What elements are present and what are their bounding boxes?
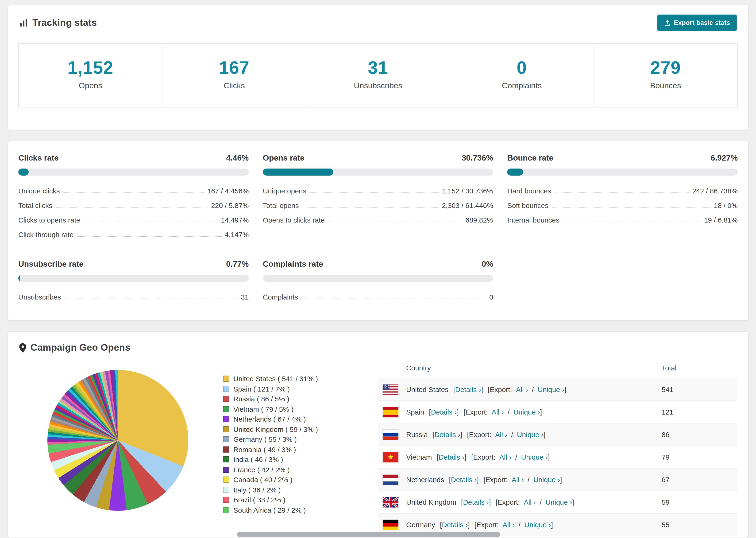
export-all-link[interactable]: All › bbox=[492, 408, 504, 416]
stat-row-value: 0 bbox=[489, 293, 493, 301]
legend-label: United Kingdom ( 59 / 3% ) bbox=[233, 424, 318, 434]
export-unique-link[interactable]: Unique › bbox=[538, 385, 564, 394]
stat-row-label: Internal bounces bbox=[507, 216, 560, 224]
details-link[interactable]: Details › bbox=[442, 521, 468, 529]
country-total: 121 bbox=[662, 408, 732, 416]
export-unique-link[interactable]: Unique › bbox=[524, 521, 551, 529]
legend-item: India ( 46 / 3% ) bbox=[223, 455, 378, 464]
export-basic-stats-button[interactable]: Export basic stats bbox=[657, 15, 737, 31]
export-all-link[interactable]: All › bbox=[524, 498, 536, 506]
export-all-link[interactable]: All › bbox=[495, 430, 507, 439]
legend-label: Romania ( 49 / 3% ) bbox=[233, 444, 296, 455]
details-link[interactable]: Details › bbox=[451, 476, 477, 484]
legend-label: United States ( 541 / 31% ) bbox=[233, 374, 318, 384]
country-name: United States bbox=[406, 385, 449, 394]
netherlands-flag-icon bbox=[383, 474, 399, 485]
slash: / bbox=[532, 385, 534, 394]
dotted-leader bbox=[328, 222, 462, 222]
complaints-count: 0 bbox=[450, 58, 593, 78]
dotted-leader bbox=[563, 222, 701, 222]
rate-bar-fill bbox=[18, 275, 20, 282]
legend-label: Vietnam ( 79 / 5% ) bbox=[233, 404, 294, 414]
legend-swatch bbox=[223, 487, 229, 493]
export-prefix: Export: bbox=[476, 521, 499, 529]
bracket: [ bbox=[474, 521, 476, 529]
stats-summary-row: 1,152 Opens 167 Clicks 31 Unsubscribes 0… bbox=[18, 43, 738, 108]
opens-count: 1,152 bbox=[19, 58, 162, 78]
details-link[interactable]: Details › bbox=[434, 430, 460, 439]
stat-row: Complaints0 bbox=[263, 290, 493, 304]
bracket: ] bbox=[544, 430, 545, 439]
clicks-rate-track bbox=[18, 169, 249, 176]
country-total: 79 bbox=[662, 453, 732, 461]
export-all-link[interactable]: All › bbox=[503, 521, 515, 529]
complaints-rate-title: Complaints rate bbox=[263, 260, 323, 269]
stat-row: Clicks to opens rate14.497% bbox=[18, 213, 249, 227]
export-unique-link[interactable]: Unique › bbox=[513, 408, 540, 416]
stat-row-label: Hard bounces bbox=[507, 187, 551, 195]
legend-swatch bbox=[223, 376, 229, 382]
geo-table: Country Total United States [Details ›] … bbox=[378, 358, 737, 536]
legend-swatch bbox=[223, 416, 229, 422]
bracket: ] bbox=[551, 521, 553, 529]
legend-swatch bbox=[223, 426, 229, 432]
spain-flag-icon bbox=[383, 407, 399, 417]
slash: / bbox=[527, 476, 529, 484]
stat-row-value: 31 bbox=[241, 293, 249, 301]
legend-item: Italy ( 36 / 2% ) bbox=[223, 485, 378, 495]
slash: / bbox=[508, 408, 510, 416]
export-all-link[interactable]: All › bbox=[512, 476, 524, 484]
rates-card: Clicks rate 4.46% Unique clicks167 / 4.4… bbox=[8, 141, 748, 321]
export-all-link[interactable]: All › bbox=[499, 453, 512, 461]
export-unique-link[interactable]: Unique › bbox=[517, 430, 544, 439]
country-name: United Kingdom bbox=[406, 498, 456, 506]
export-unique-link[interactable]: Unique › bbox=[545, 498, 572, 506]
opens-rate-value: 30.736% bbox=[461, 153, 493, 163]
bracket: ] bbox=[460, 430, 462, 439]
horizontal-scrollbar-thumb[interactable] bbox=[237, 532, 500, 537]
legend-label: Russia ( 86 / 5% ) bbox=[233, 394, 289, 404]
details-link[interactable]: Details › bbox=[439, 453, 464, 461]
opens-rate-title: Opens rate bbox=[263, 153, 304, 163]
stat-box-opens: 1,152 Opens bbox=[19, 44, 162, 108]
stat-row-value: 18 / 0% bbox=[714, 201, 738, 209]
complaints-rate-value: 0% bbox=[482, 260, 493, 269]
export-all-link[interactable]: All › bbox=[516, 385, 528, 394]
bracket: [ bbox=[488, 385, 490, 394]
complaints-rate-track bbox=[263, 275, 493, 282]
stat-row: Soft bounces18 / 0% bbox=[507, 198, 738, 213]
table-row-united-kingdom: United Kingdom [Details ›] [Export: All … bbox=[378, 491, 737, 513]
export-unique-link[interactable]: Unique › bbox=[533, 476, 560, 484]
dotted-leader bbox=[554, 192, 689, 193]
rate-section-opens: Opens rate 30.736% Unique opens1,152 / 3… bbox=[263, 153, 493, 242]
dotted-leader bbox=[83, 222, 217, 222]
bracket: [ bbox=[467, 430, 469, 439]
stat-row-value: 2,303 / 61.446% bbox=[442, 201, 493, 209]
legend-item: United States ( 541 / 31% ) bbox=[223, 374, 378, 384]
stat-row-label: Complaints bbox=[263, 293, 298, 301]
legend-item: Canada ( 40 / 2% ) bbox=[223, 475, 378, 485]
country-name: Spain bbox=[406, 408, 424, 416]
export-unique-link[interactable]: Unique › bbox=[521, 453, 548, 461]
bracket: ] bbox=[548, 453, 550, 461]
stat-row-label: Total clicks bbox=[18, 201, 52, 209]
bracket: ] bbox=[560, 476, 562, 484]
geo-pie-chart[interactable] bbox=[47, 370, 188, 511]
legend-swatch bbox=[223, 406, 229, 412]
legend-label: France ( 42 / 2% ) bbox=[233, 464, 290, 475]
slash: / bbox=[540, 498, 542, 506]
legend-label: Brazil ( 33 / 2% ) bbox=[233, 495, 286, 505]
country-name: Germany bbox=[406, 521, 435, 529]
details-link[interactable]: Details › bbox=[455, 385, 481, 394]
legend-swatch bbox=[223, 436, 229, 443]
country-name: Russia bbox=[406, 430, 428, 439]
details-link[interactable]: Details › bbox=[463, 498, 489, 506]
bracket: ] bbox=[564, 385, 566, 394]
clicks-rate-value: 4.46% bbox=[226, 153, 249, 163]
dotted-leader bbox=[552, 207, 711, 207]
stat-row-value: 167 / 4.456% bbox=[207, 187, 249, 195]
bracket: ] bbox=[457, 408, 459, 416]
stat-row: Opens to clicks rate689.82% bbox=[263, 213, 493, 227]
details-link[interactable]: Details › bbox=[431, 408, 457, 416]
table-row-netherlands: Netherlands [Details ›] [Export: All › /… bbox=[378, 468, 737, 491]
